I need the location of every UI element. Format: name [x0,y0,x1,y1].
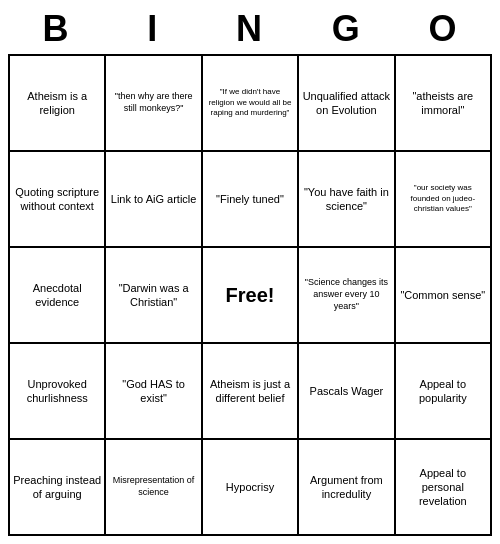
table-row: "If we didn't have religion we would all… [203,56,299,152]
table-row: Hypocrisy [203,440,299,536]
table-row: Unprovoked churlishness [10,344,106,440]
bingo-grid: Atheism is a religion"then why are there… [8,54,492,536]
bingo-title: B I N G O [8,8,492,50]
table-row: Appeal to popularity [396,344,492,440]
table-row: "Finely tuned" [203,152,299,248]
table-row: Quoting scripture without context [10,152,106,248]
table-row: Link to AiG article [106,152,202,248]
table-row: Appeal to personal revelation [396,440,492,536]
table-row: "Science changes its answer every 10 yea… [299,248,395,344]
table-row: Unqualified attack on Evolution [299,56,395,152]
table-row: "then why are there still monkeys?" [106,56,202,152]
table-row: Misrepresentation of science [106,440,202,536]
table-row: Argument from incredulity [299,440,395,536]
table-row: "God HAS to exist" [106,344,202,440]
table-row: Pascals Wager [299,344,395,440]
title-letter-i: I [113,8,193,50]
title-letter-n: N [210,8,290,50]
table-row: Atheism is a religion [10,56,106,152]
table-row: "atheists are immoral" [396,56,492,152]
title-letter-g: G [307,8,387,50]
table-row: Preaching instead of arguing [10,440,106,536]
table-row: "Common sense" [396,248,492,344]
table-row: "You have faith in science" [299,152,395,248]
title-letter-o: O [404,8,484,50]
table-row: Anecdotal evidence [10,248,106,344]
table-row: Free! [203,248,299,344]
title-letter-b: B [16,8,96,50]
table-row: "Darwin was a Christian" [106,248,202,344]
table-row: "our society was founded on judeo-christ… [396,152,492,248]
table-row: Atheism is just a different belief [203,344,299,440]
